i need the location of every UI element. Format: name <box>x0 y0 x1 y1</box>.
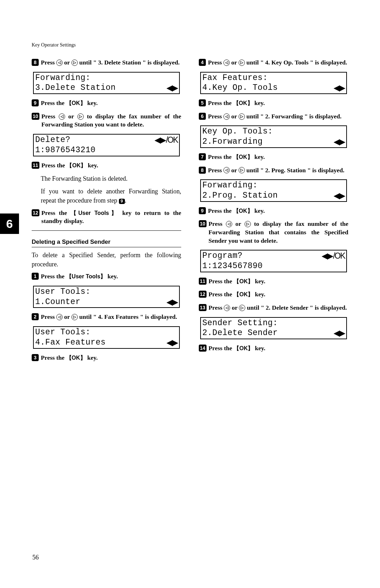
lcd-line: 3.Delete Station <box>35 83 116 93</box>
subheading: Deleting a Specified Sender <box>32 239 181 247</box>
t: Press <box>41 59 56 66</box>
ok-key: OK <box>66 162 86 168</box>
right-arrow-key-icon: ▷ <box>239 305 245 311</box>
t: Press <box>209 304 224 311</box>
lcd-line: User Tools: <box>35 327 90 338</box>
step-badge-12: 12 <box>32 209 39 216</box>
t: . <box>125 197 126 204</box>
lcd-line: Fax Features: <box>202 73 268 83</box>
t: Press the <box>41 354 66 361</box>
step-badge-11: 11 <box>199 278 207 285</box>
page-number: 56 <box>32 554 39 561</box>
step-badge-8: 8 <box>199 167 206 174</box>
t: or <box>65 113 77 120</box>
t: key. <box>253 345 265 352</box>
step-badge-12: 12 <box>199 291 207 298</box>
step-badge-4: 4 <box>199 59 206 66</box>
inline-step-ref-icon: 9 <box>119 199 125 204</box>
lcd-display: User Tools: 1.Counter◀▶ <box>33 286 180 308</box>
ok-key: OK <box>234 278 253 284</box>
lcd-line: Sender Setting: <box>202 318 278 328</box>
t: Press the <box>209 278 234 285</box>
step-text: Press the User Tools key to return to th… <box>42 209 181 225</box>
step-badge-13: 13 <box>199 304 207 311</box>
step-badge-10: 10 <box>199 220 207 227</box>
step-text: Press ◁ or ▷ until " 2. Delete Sender " … <box>209 304 348 312</box>
t: until " 4. Key Op. Tools " is displayed. <box>245 59 347 66</box>
t: until " 4. Fax Features " is displayed. <box>78 313 177 320</box>
t: Press the <box>42 209 71 216</box>
lcd-arrows-icon: ◀▶ <box>166 297 178 307</box>
lcd-display: Forwarding: 2.Prog. Station◀▶ <box>200 179 347 202</box>
left-arrow-key-icon: ◁ <box>56 60 63 66</box>
lcd-display: User Tools: 4.Fax Features◀▶ <box>33 326 180 349</box>
lcd-arrows-icon: ◀▶/OK <box>154 135 178 145</box>
t: Press <box>208 59 223 66</box>
t: or <box>230 59 239 66</box>
t: until " 2. Forwarding " is displayed. <box>245 113 342 120</box>
lcd-line: User Tools: <box>35 287 90 297</box>
step-text: Press the OK key. <box>41 99 181 107</box>
t: If you want to delete another Forwarding… <box>41 188 181 204</box>
step-text: Press ◁ or ▷ until " 2. Forwarding " is … <box>208 112 348 121</box>
lcd-arrows-icon: ◀▶ <box>334 328 345 338</box>
lcd-line: 2.Delete Sender <box>202 328 278 338</box>
step-text: Press ◁ or ▷ to display the fax number o… <box>42 112 181 129</box>
ok-key: OK <box>233 100 253 106</box>
left-arrow-key-icon: ◁ <box>59 113 65 120</box>
body-text: If you want to delete another Forwarding… <box>41 187 181 205</box>
lcd-line: Forwarding: <box>202 180 258 191</box>
t: key. <box>86 162 98 169</box>
t: key. <box>86 99 98 106</box>
t: or <box>230 113 239 120</box>
step-badge-9: 9 <box>199 207 206 214</box>
t: Press <box>42 113 59 120</box>
step-text: Press the OK key. <box>208 99 348 107</box>
t: Press the <box>209 291 234 298</box>
step-text: Press the OK key. <box>209 344 348 353</box>
step-badge-8: 8 <box>32 59 39 66</box>
body-text: To delete a Specified Sender, perform th… <box>32 251 181 269</box>
t: Press <box>209 220 226 227</box>
t: Press the <box>208 153 233 160</box>
step-badge-3: 3 <box>32 354 39 361</box>
right-arrow-key-icon: ▷ <box>239 60 245 66</box>
step-text: Press the OK key. <box>208 207 348 215</box>
step-text: Press ◁ or ▷ until " 4. Fax Features " i… <box>41 313 181 321</box>
step-text: Press ◁ or ▷ until " 2. Prog. Station " … <box>208 166 348 175</box>
t: key. <box>253 153 265 160</box>
ok-key: OK <box>234 291 253 297</box>
lcd-line: Program? <box>202 251 242 261</box>
t: or <box>230 167 239 174</box>
t: Press <box>208 113 223 120</box>
step-badge-5: 5 <box>199 99 206 106</box>
left-column: 8 Press ◁ or ▷ until " 3. Delete Station… <box>32 58 181 367</box>
ok-key: OK <box>66 355 86 361</box>
t: Press the <box>208 99 233 106</box>
left-arrow-key-icon: ◁ <box>226 221 232 227</box>
step-text: Press ◁ or ▷ to display the fax number o… <box>209 220 348 245</box>
left-arrow-key-icon: ◁ <box>223 60 230 66</box>
lcd-arrows-icon: ◀▶ <box>166 338 178 348</box>
lcd-arrows-icon: ◀▶ <box>166 83 178 93</box>
left-arrow-key-icon: ◁ <box>223 113 230 120</box>
step-text: Press the OK key. <box>41 354 181 362</box>
lcd-line: 4.Key Op. Tools <box>202 83 278 93</box>
user-tools-key: User Tools <box>66 273 106 279</box>
right-column: 4 Press ◁ or ▷ until " 4. Key Op. Tools … <box>199 58 348 367</box>
t: key. <box>106 273 118 280</box>
step-text: Press ◁ or ▷ until " 4. Key Op. Tools " … <box>208 58 348 67</box>
right-arrow-key-icon: ▷ <box>71 60 78 66</box>
t: key. <box>253 99 265 106</box>
lcd-line: 2.Forwarding <box>202 137 263 147</box>
left-arrow-key-icon: ◁ <box>224 305 230 311</box>
t: key. <box>253 278 265 285</box>
t: key. <box>253 207 265 214</box>
step-badge-14: 14 <box>199 345 207 352</box>
t: until " 2. Delete Sender " is displayed. <box>245 304 347 311</box>
t: until " 3. Delete Station " is displayed… <box>78 59 180 66</box>
lcd-display: Sender Setting: 2.Delete Sender◀▶ <box>200 317 347 340</box>
step-badge-6: 6 <box>199 113 206 120</box>
lcd-line: 1.Counter <box>35 297 81 307</box>
lcd-display: Delete?◀▶/OK 1:9876543210 <box>33 134 180 156</box>
